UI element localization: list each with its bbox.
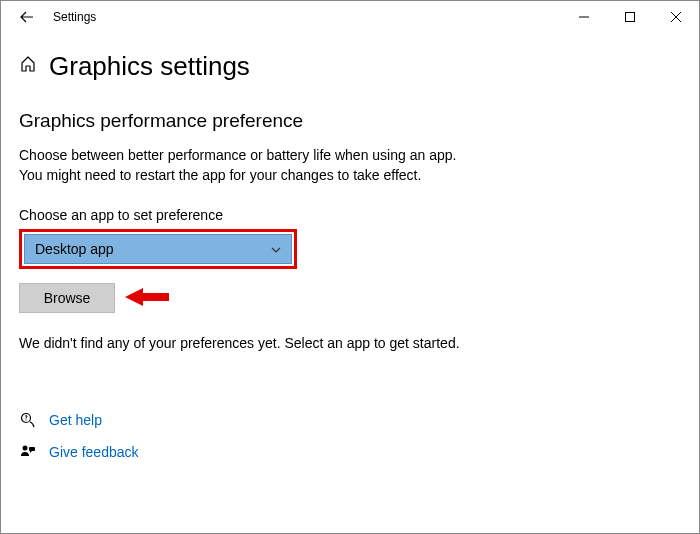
close-button[interactable] <box>653 1 699 33</box>
give-feedback-link[interactable]: Give feedback <box>49 444 139 460</box>
content-area: Graphics settings Graphics performance p… <box>1 33 699 461</box>
back-button[interactable] <box>11 1 43 33</box>
empty-state-message: We didn't find any of your preferences y… <box>19 335 681 351</box>
chevron-down-icon <box>271 243 281 255</box>
description: Choose between better performance or bat… <box>19 146 681 185</box>
window-title: Settings <box>53 10 96 24</box>
app-type-dropdown[interactable]: Desktop app <box>24 234 292 264</box>
window-controls <box>561 1 699 33</box>
minimize-button[interactable] <box>561 1 607 33</box>
home-icon[interactable] <box>19 55 37 78</box>
dropdown-selected-value: Desktop app <box>35 241 114 257</box>
section-heading: Graphics performance preference <box>19 110 681 132</box>
titlebar: Settings <box>1 1 699 33</box>
svg-point-6 <box>25 420 26 421</box>
annotation-arrow-icon <box>125 286 169 311</box>
dropdown-highlight: Desktop app <box>19 229 297 269</box>
heading-row: Graphics settings <box>19 51 681 82</box>
feedback-icon <box>19 443 37 461</box>
minimize-icon <box>579 12 589 22</box>
give-feedback-row: Give feedback <box>19 443 681 461</box>
svg-rect-8 <box>29 447 35 451</box>
choose-app-label: Choose an app to set preference <box>19 207 681 223</box>
page-title: Graphics settings <box>49 51 250 82</box>
description-line-2: You might need to restart the app for yo… <box>19 166 681 186</box>
close-icon <box>671 12 681 22</box>
browse-button[interactable]: Browse <box>19 283 115 313</box>
back-arrow-icon <box>20 10 34 24</box>
maximize-button[interactable] <box>607 1 653 33</box>
get-help-link[interactable]: Get help <box>49 412 102 428</box>
get-help-row: Get help <box>19 411 681 429</box>
help-icon <box>19 411 37 429</box>
svg-rect-1 <box>626 13 635 22</box>
maximize-icon <box>625 12 635 22</box>
browse-row: Browse <box>19 283 681 313</box>
description-line-1: Choose between better performance or bat… <box>19 146 681 166</box>
svg-point-7 <box>23 446 28 451</box>
svg-marker-4 <box>125 288 169 306</box>
